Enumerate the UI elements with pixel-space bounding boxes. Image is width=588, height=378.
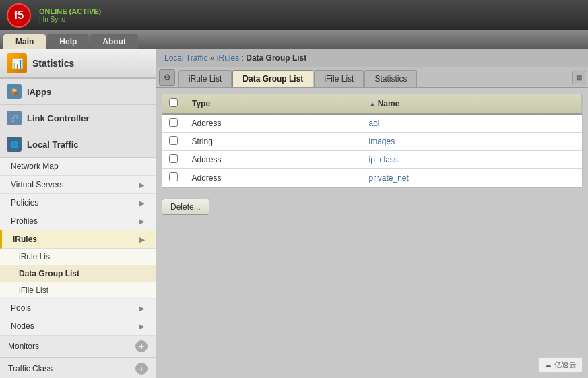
- sidebar-item-statistics[interactable]: 📊 Statistics: [0, 49, 156, 79]
- tab-about[interactable]: About: [90, 34, 138, 49]
- sidebar-item-profiles[interactable]: Profiles ▶: [0, 212, 156, 230]
- table-body: Address aol String images Address ip_cla…: [162, 114, 582, 187]
- topbar: f5 ONLINE (ACTIVE) In Sync: [0, 0, 588, 30]
- local-traffic-label: Local Traffic: [27, 139, 79, 150]
- sidebar-item-virtual-servers[interactable]: Virtual Servers ▶: [0, 176, 156, 194]
- main-content: Local Traffic » iRules : Data Group List…: [156, 49, 588, 378]
- status-block: ONLINE (ACTIVE) In Sync: [39, 7, 101, 23]
- col-name: ▲ Name: [362, 94, 581, 114]
- virtual-servers-arrow: ▶: [139, 181, 145, 189]
- sidebar-item-pools[interactable]: Pools ▶: [0, 299, 156, 317]
- statistics-icon: 📊: [7, 53, 27, 73]
- watermark-icon: ☁: [544, 360, 552, 369]
- tab-irule-list[interactable]: iRule List: [178, 70, 232, 87]
- sidebar-item-irule-list[interactable]: iRule List: [0, 249, 156, 265]
- cell-type-3: Address: [185, 169, 362, 187]
- link-controller-icon: 🔗: [7, 111, 22, 125]
- nodes-arrow: ▶: [139, 323, 145, 330]
- cell-name-2: ip_class: [362, 151, 581, 169]
- sidebar-item-policies[interactable]: Policies ▶: [0, 194, 156, 212]
- table-row: Address private_net: [162, 169, 582, 187]
- link-name-0[interactable]: aol: [368, 119, 379, 128]
- link-name-1[interactable]: images: [368, 137, 395, 146]
- traffic-class-add-icon: +: [135, 363, 148, 375]
- iapps-label: iApps: [27, 87, 51, 97]
- breadcrumb-local-traffic[interactable]: Local Traffic: [164, 53, 207, 63]
- cell-name-0: aol: [362, 114, 581, 133]
- irules-sub-items: iRule List Data Group List iFile List: [0, 249, 156, 299]
- layout: 📊 Statistics 📦 iApps 🔗 Link Controller 🌐…: [0, 49, 588, 378]
- delete-button[interactable]: Delete...: [162, 199, 209, 215]
- sort-arrow: ▲: [369, 100, 378, 108]
- breadcrumb: Local Traffic » iRules : Data Group List: [156, 49, 588, 67]
- tab-main[interactable]: Main: [3, 34, 46, 49]
- tab-ifile-list[interactable]: iFile List: [314, 70, 364, 87]
- sidebar-item-irules[interactable]: iRules ▶: [0, 230, 156, 249]
- tab-help[interactable]: Help: [47, 34, 89, 49]
- sidebar-item-monitors[interactable]: Monitors +: [0, 336, 156, 358]
- tab-extra-icon[interactable]: ▦: [572, 71, 585, 84]
- select-all-checkbox[interactable]: [169, 98, 178, 107]
- statistics-label: Statistics: [32, 58, 74, 69]
- monitors-add-icon: +: [135, 340, 148, 352]
- cell-name-1: images: [362, 133, 581, 151]
- row-checkbox-1[interactable]: [169, 136, 178, 145]
- status-online: ONLINE (ACTIVE): [39, 7, 101, 15]
- sidebar-item-data-group-list[interactable]: Data Group List: [0, 265, 156, 282]
- profiles-arrow: ▶: [139, 218, 145, 225]
- cell-type-2: Address: [185, 151, 362, 169]
- local-traffic-sub-items: Network Map Virtual Servers ▶ Policies ▶…: [0, 158, 156, 336]
- link-name-2[interactable]: ip_class: [368, 155, 397, 164]
- policies-arrow: ▶: [139, 199, 145, 207]
- row-checkbox-0[interactable]: [169, 118, 178, 127]
- sidebar-item-network-map[interactable]: Network Map: [0, 158, 156, 176]
- content-tabs-bar: ⚙ iRule List Data Group List iFile List …: [156, 67, 588, 88]
- breadcrumb-sep1: »: [210, 53, 217, 63]
- row-checkbox-3[interactable]: [169, 172, 178, 181]
- f5-logo: f5: [7, 3, 31, 28]
- nav-tabs: Main Help About: [0, 30, 588, 49]
- sidebar-item-iapps[interactable]: 📦 iApps: [0, 79, 156, 105]
- table-area: Type ▲ Name Address aol String images Ad…: [162, 94, 583, 188]
- link-controller-label: Link Controller: [27, 113, 89, 123]
- iapps-icon: 📦: [7, 84, 22, 99]
- link-name-3[interactable]: private_net: [368, 173, 408, 183]
- breadcrumb-irules[interactable]: iRules: [217, 53, 239, 63]
- pools-arrow: ▶: [139, 305, 145, 312]
- table-row: String images: [162, 133, 582, 151]
- breadcrumb-current: Data Group List: [246, 53, 306, 63]
- table-row: Address ip_class: [162, 151, 582, 169]
- sidebar: 📊 Statistics 📦 iApps 🔗 Link Controller 🌐…: [0, 49, 156, 378]
- local-traffic-icon: 🌐: [7, 137, 22, 152]
- sidebar-item-link-controller[interactable]: 🔗 Link Controller: [0, 105, 156, 131]
- row-checkbox-2[interactable]: [169, 154, 178, 163]
- tab-statistics[interactable]: Statistics: [364, 70, 417, 87]
- gear-button[interactable]: ⚙: [159, 69, 175, 86]
- watermark-text: 亿速云: [554, 360, 577, 370]
- data-group-table: Type ▲ Name Address aol String images Ad…: [162, 94, 582, 187]
- table-row: Address aol: [162, 114, 582, 133]
- watermark: ☁ 亿速云: [538, 357, 583, 373]
- cell-name-3: private_net: [362, 169, 581, 187]
- tab-data-group-list[interactable]: Data Group List: [232, 70, 313, 87]
- status-sync: In Sync: [39, 15, 101, 23]
- sidebar-item-traffic-class[interactable]: Traffic Class +: [0, 358, 156, 378]
- sidebar-item-local-traffic[interactable]: 🌐 Local Traffic: [0, 131, 156, 158]
- sidebar-item-nodes[interactable]: Nodes ▶: [0, 317, 156, 336]
- cell-type-0: Address: [185, 114, 362, 133]
- irules-arrow: ▶: [139, 236, 145, 243]
- cell-type-1: String: [185, 133, 362, 151]
- sidebar-item-ifile-list[interactable]: iFile List: [0, 282, 156, 299]
- col-type: Type: [185, 94, 362, 114]
